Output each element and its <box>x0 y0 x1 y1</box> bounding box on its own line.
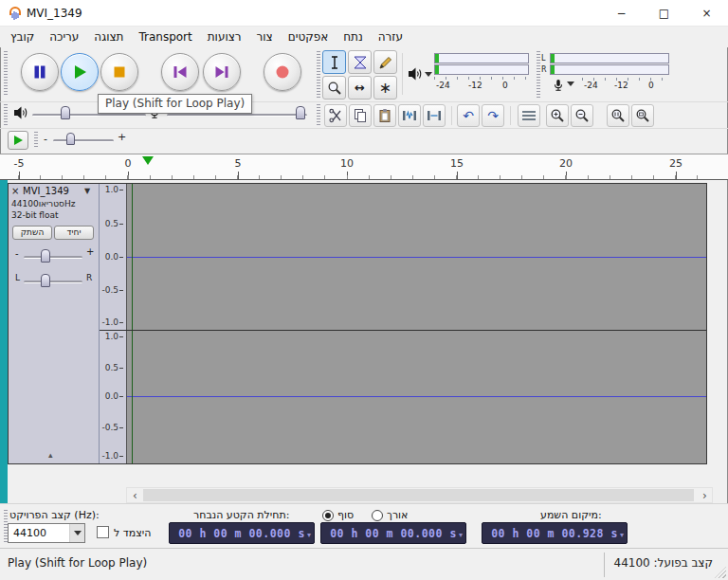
track-close-button[interactable]: × <box>11 186 19 196</box>
menu-analyze[interactable]: נתח <box>336 27 371 46</box>
playback-meter-left-bar[interactable] <box>434 53 529 63</box>
playhead-marker[interactable] <box>142 156 154 165</box>
pause-button[interactable] <box>21 53 59 91</box>
redo-button[interactable]: ↷ <box>482 104 504 127</box>
length-radio-label[interactable]: אורך <box>387 509 408 521</box>
recording-meter-mic-icon[interactable] <box>552 78 565 96</box>
recording-volume-slider[interactable] <box>167 114 307 117</box>
copy-button[interactable] <box>349 104 372 127</box>
record-button[interactable] <box>264 53 301 91</box>
selection-tool-button[interactable] <box>322 50 346 74</box>
multi-tool-button[interactable]: ∗ <box>373 76 397 100</box>
field-dropdown-icon[interactable]: ▾ <box>307 531 311 539</box>
envelope-tool-button[interactable] <box>348 50 372 74</box>
zoom-in-button[interactable] <box>546 104 569 127</box>
selection-start-field[interactable]: 00 h 00 m 00.000 s ▾ <box>169 522 315 544</box>
playspeed-toolbar-grip[interactable] <box>34 132 38 149</box>
project-rate-select[interactable]: 44100 <box>8 523 85 543</box>
audio-position-field[interactable]: 00 h 00 m 00.928 s ▾ <box>482 522 628 544</box>
audio-position-label: מיקום השמע: <box>540 509 602 521</box>
menu-generate[interactable]: צור <box>249 27 281 46</box>
snap-to-label[interactable]: היצמד ל <box>114 527 151 539</box>
vertical-scale-ruler[interactable]: 1.0 0.5 0.0 -0.5 -1.0 1.0 0.5 0.0 -0.5 -… <box>100 184 127 463</box>
transport-toolbar-grip[interactable] <box>4 51 8 95</box>
skip-to-start-button[interactable] <box>161 53 199 91</box>
snap-to-checkbox[interactable] <box>97 526 109 538</box>
play-at-speed-button[interactable] <box>8 131 28 150</box>
zoom-tool-button[interactable] <box>322 76 346 100</box>
fit-selection-button[interactable] <box>518 104 540 127</box>
silence-selection-button[interactable] <box>423 104 446 127</box>
menu-transport[interactable]: Transport <box>131 27 199 46</box>
track-name[interactable]: MVI_1349 <box>23 186 69 196</box>
zoom-in-icon <box>550 108 565 123</box>
combo-arrow-button[interactable] <box>69 524 84 542</box>
gain-slider-thumb[interactable] <box>41 249 50 263</box>
undo-button[interactable]: ↶ <box>457 104 480 127</box>
track-control-panel[interactable]: × MVI_1349 ▼ 44100סטריאוHz 32-bit float … <box>9 184 100 463</box>
cut-button[interactable] <box>324 104 347 127</box>
menu-tracks[interactable]: רצועות <box>200 27 249 46</box>
maximize-button[interactable]: □ <box>643 0 685 27</box>
skip-to-end-button[interactable] <box>203 53 241 91</box>
paste-button[interactable] <box>373 104 396 127</box>
recording-volume-thumb[interactable] <box>296 106 305 119</box>
scroll-left-arrow[interactable]: ‹ <box>127 488 143 502</box>
close-button[interactable]: × <box>685 0 728 27</box>
playback-volume-slider[interactable] <box>32 114 146 117</box>
zoom-selection-button[interactable] <box>607 104 629 127</box>
scroll-right-arrow[interactable]: › <box>697 488 713 502</box>
playback-meter-right-bar[interactable] <box>434 64 529 75</box>
playback-volume-thumb[interactable] <box>61 106 70 119</box>
play-button[interactable] <box>61 53 99 91</box>
recording-meter-dropdown-icon[interactable] <box>567 82 574 86</box>
pan-slider[interactable] <box>24 281 82 283</box>
field-dropdown-icon[interactable]: ▾ <box>459 531 463 539</box>
zoom-out-button[interactable] <box>571 104 593 127</box>
playspeed-thumb[interactable] <box>66 133 75 145</box>
recording-meter-grip[interactable] <box>537 51 540 99</box>
field-dropdown-icon[interactable]: ▾ <box>620 531 624 539</box>
titlebar[interactable]: MVI_1349 − □ × <box>0 0 728 27</box>
minimize-button[interactable]: − <box>600 0 643 27</box>
end-radio-label[interactable]: סוף <box>337 509 354 521</box>
timeline-ruler[interactable]: -5 0 5 10 15 20 25 <box>0 154 728 180</box>
playback-meter-dropdown-icon[interactable] <box>425 72 432 77</box>
track-menu-dropdown-icon[interactable]: ▼ <box>84 187 90 195</box>
menu-file[interactable]: קובץ <box>3 27 42 46</box>
selection-end-field[interactable]: 00 h 00 m 00.000 s ▾ <box>320 522 466 544</box>
horizontal-scrollbar[interactable]: ‹ › <box>126 487 713 503</box>
tools-toolbar-grip[interactable] <box>317 51 320 99</box>
ibeam-icon <box>327 55 342 70</box>
menu-help[interactable]: עזרה <box>371 27 410 46</box>
menu-effects[interactable]: אפקטים <box>281 27 336 46</box>
waveform-area[interactable] <box>127 184 706 463</box>
length-radio[interactable] <box>372 510 383 521</box>
recording-meter-left-bar[interactable] <box>550 53 669 63</box>
gain-slider[interactable] <box>24 256 82 259</box>
playspeed-slider[interactable] <box>53 139 114 142</box>
recording-meter-right-bar[interactable] <box>550 64 669 75</box>
mixer-toolbar-grip[interactable] <box>4 104 8 125</box>
menu-edit[interactable]: עריכה <box>42 27 86 46</box>
scrollbar-thumb[interactable] <box>143 489 694 501</box>
end-radio[interactable] <box>322 510 334 521</box>
playback-meter-speaker-icon[interactable] <box>408 66 423 85</box>
ruler-label: 0 <box>125 157 132 170</box>
menu-view[interactable]: תצוגה <box>86 27 131 46</box>
scale-label: -1.0 <box>100 318 118 327</box>
zoom-fit-button[interactable] <box>631 104 654 127</box>
solo-button[interactable]: יחיד <box>54 226 94 240</box>
track-collapse-icon[interactable]: ▴ <box>48 450 53 460</box>
trim-outside-selection-button[interactable] <box>398 104 421 127</box>
stop-button[interactable] <box>100 53 138 91</box>
draw-tool-button[interactable] <box>373 50 397 74</box>
edit-toolbar-grip[interactable] <box>317 104 320 125</box>
meter-scale-label: -24 <box>436 82 450 90</box>
timeshift-tool-button[interactable]: ↔ <box>348 76 372 100</box>
mute-button[interactable]: השתק <box>12 226 52 240</box>
resize-grip[interactable] <box>715 567 726 578</box>
magnifier-icon <box>327 81 342 96</box>
ruler-label: 10 <box>340 157 354 170</box>
pan-slider-thumb[interactable] <box>41 274 50 287</box>
